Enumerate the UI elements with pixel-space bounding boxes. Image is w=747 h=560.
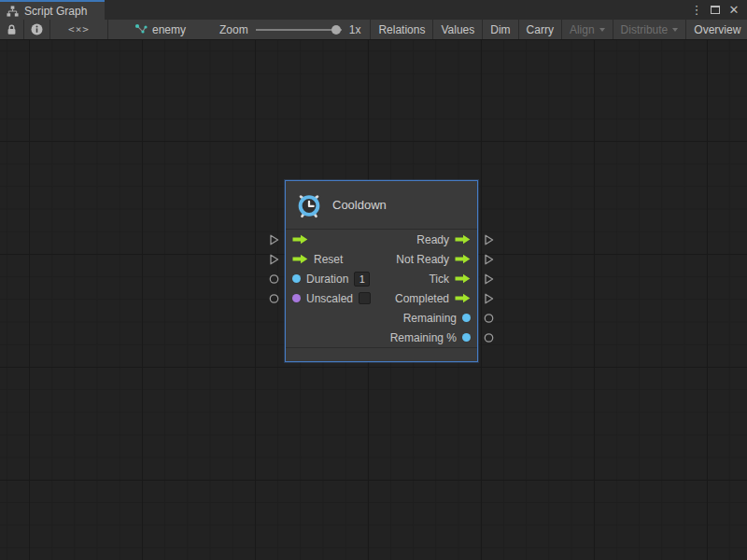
- cooldown-node[interactable]: Cooldown Ready: [285, 180, 478, 362]
- port-remaining: Remaining: [382, 312, 478, 325]
- remaining-port-connector[interactable]: [484, 313, 494, 323]
- not-ready-port-connector[interactable]: [484, 254, 494, 265]
- port-row: Ready: [286, 230, 477, 249]
- kebab-menu-icon: ⋮: [691, 3, 703, 17]
- port-row: Reset Not Ready: [286, 249, 477, 269]
- node-ports: Ready Reset: [286, 230, 477, 347]
- port-row: Duration Tick: [286, 269, 477, 288]
- window-controls: ⋮ ✕: [687, 0, 747, 20]
- value-port-icon[interactable]: [292, 294, 301, 302]
- alarm-clock-icon: [295, 191, 323, 219]
- ready-port-connector[interactable]: [484, 234, 494, 245]
- port-completed: Completed: [382, 292, 478, 305]
- node-title: Cooldown: [332, 198, 387, 212]
- zoom-slider-handle[interactable]: [331, 25, 341, 35]
- port-duration: Duration: [286, 272, 382, 287]
- flow-arrow-icon[interactable]: [292, 254, 308, 264]
- completed-port-connector[interactable]: [484, 293, 494, 304]
- zoom-level: 1x: [349, 23, 361, 36]
- port-label: Not Ready: [396, 253, 449, 266]
- flow-arrow-icon[interactable]: [455, 293, 471, 303]
- distribute-label: Distribute: [621, 23, 669, 36]
- port-label: Remaining: [403, 312, 457, 325]
- duration-input[interactable]: [354, 272, 370, 287]
- zoom-control: Zoom 1x: [219, 20, 370, 39]
- enter-port-connector[interactable]: [269, 234, 279, 245]
- port-unscaled: Unscaled: [286, 292, 382, 305]
- tick-port-connector[interactable]: [484, 273, 494, 285]
- lock-icon: [7, 24, 17, 35]
- port-row: Remaining: [286, 308, 477, 328]
- node-header[interactable]: Cooldown: [286, 181, 477, 230]
- breadcrumb-label: enemy: [152, 23, 186, 36]
- info-icon: [31, 23, 43, 35]
- port-label: Remaining %: [390, 331, 457, 344]
- port-label: Tick: [429, 273, 449, 286]
- code-icon: <×>: [68, 23, 90, 35]
- port-ready: Ready: [382, 233, 478, 246]
- tab-label: Script Graph: [24, 5, 87, 18]
- graph-hierarchy-icon: [7, 6, 19, 17]
- flow-arrow-icon[interactable]: [455, 234, 471, 245]
- port-label: Ready: [416, 233, 449, 246]
- zoom-slider[interactable]: [256, 29, 342, 31]
- align-dropdown: Align: [561, 20, 613, 39]
- unscaled-port-connector[interactable]: [269, 293, 279, 303]
- overview-button[interactable]: Overview: [685, 20, 747, 39]
- graph-canvas[interactable]: Cooldown Ready: [0, 40, 747, 560]
- unscaled-checkbox[interactable]: [359, 292, 371, 304]
- flow-arrow-icon[interactable]: [455, 254, 471, 264]
- value-port-icon[interactable]: [462, 314, 471, 322]
- info-button[interactable]: [24, 20, 50, 39]
- toolbar-right-group: Relations Values Dim Carry Align Distrib…: [370, 20, 747, 39]
- relations-button[interactable]: Relations: [370, 20, 432, 39]
- tab-script-graph[interactable]: Script Graph: [0, 0, 105, 20]
- port-tick: Tick: [382, 273, 478, 286]
- port-label: Duration: [306, 273, 348, 286]
- remaining-percent-port-connector[interactable]: [484, 332, 494, 343]
- code-preview-button[interactable]: <×>: [50, 20, 108, 39]
- close-icon: ✕: [729, 3, 740, 17]
- values-button[interactable]: Values: [432, 20, 482, 39]
- chevron-down-icon: [672, 28, 678, 32]
- port-row: Remaining %: [286, 328, 477, 347]
- port-not-ready: Not Ready: [382, 253, 478, 266]
- tab-strip: Script Graph ⋮ ✕: [0, 0, 747, 20]
- align-label: Align: [570, 23, 595, 36]
- maximize-icon: [711, 6, 720, 14]
- value-port-icon[interactable]: [462, 333, 471, 342]
- distribute-dropdown: Distribute: [613, 20, 686, 39]
- value-port-icon[interactable]: [292, 274, 301, 283]
- flow-arrow-icon[interactable]: [455, 273, 471, 284]
- breadcrumb[interactable]: enemy: [125, 20, 195, 39]
- carry-button[interactable]: Carry: [518, 20, 561, 39]
- zoom-label: Zoom: [219, 23, 248, 36]
- close-button[interactable]: ✕: [725, 0, 743, 20]
- flow-arrow-icon[interactable]: [292, 234, 308, 245]
- chevron-down-icon: [599, 28, 605, 32]
- lock-button[interactable]: [0, 20, 24, 39]
- port-enter: [286, 234, 382, 245]
- node-footer: [286, 347, 477, 361]
- reset-port-connector[interactable]: [269, 254, 279, 265]
- script-graph-window: Script Graph ⋮ ✕: [0, 0, 747, 560]
- graph-toolbar: <×> enemy Zoom 1x Relations Values: [0, 20, 747, 40]
- port-reset: Reset: [286, 253, 382, 266]
- window-menu-button[interactable]: ⋮: [687, 0, 706, 20]
- port-remaining-percent: Remaining %: [382, 331, 478, 344]
- port-label: Completed: [395, 292, 449, 305]
- port-label: Unscaled: [306, 292, 353, 305]
- dim-button[interactable]: Dim: [482, 20, 517, 39]
- port-row: Unscaled Completed: [286, 288, 477, 308]
- port-label: Reset: [314, 253, 343, 266]
- script-graph-asset-icon: [134, 23, 148, 35]
- maximize-button[interactable]: [706, 0, 725, 20]
- duration-port-connector[interactable]: [269, 273, 279, 284]
